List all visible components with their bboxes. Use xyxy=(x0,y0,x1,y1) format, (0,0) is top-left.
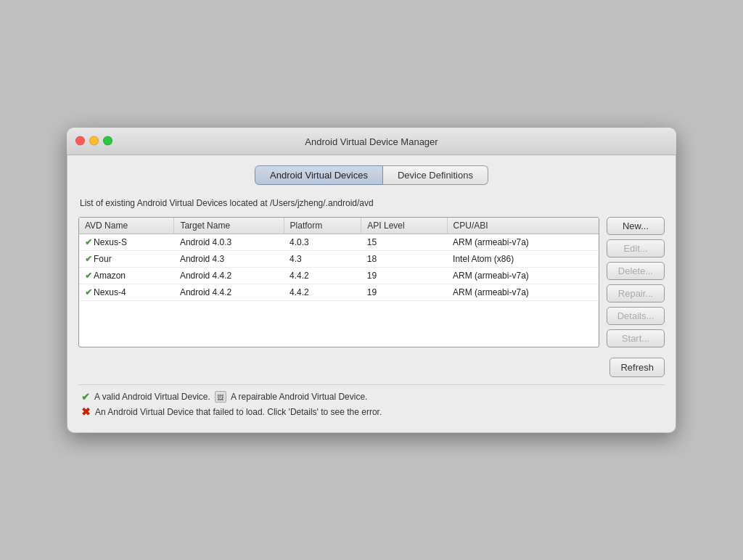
delete-button[interactable]: Delete... xyxy=(607,262,665,280)
row-valid-icon: ✔ xyxy=(85,271,92,281)
row-valid-icon: ✔ xyxy=(85,237,92,247)
cell-cpu-abi: ARM (armeabi-v7a) xyxy=(447,267,599,284)
cell-avd-name: ✔Nexus-S xyxy=(79,234,174,250)
tab-device-definitions[interactable]: Device Definitions xyxy=(383,165,488,185)
legend-failed: ✖ An Android Virtual Device that failed … xyxy=(81,405,662,419)
legend-repairable-text: A repairable Android Virtual Device. xyxy=(231,392,368,402)
table-row[interactable]: ✔AmazonAndroid 4.4.24.4.219ARM (armeabi-… xyxy=(79,267,599,284)
table-row[interactable]: ✔Nexus-SAndroid 4.0.34.0.315ARM (armeabi… xyxy=(79,234,599,250)
window-content: Android Virtual Devices Device Definitio… xyxy=(67,155,676,433)
repair-button[interactable]: Repair... xyxy=(607,284,665,302)
cell-platform: 4.3 xyxy=(284,250,361,267)
cell-api-level: 18 xyxy=(361,250,447,267)
legend-valid-text: A valid Android Virtual Device. xyxy=(94,392,210,402)
sidebar-buttons: New... Edit... Delete... Repair... Detai… xyxy=(607,217,665,347)
refresh-button[interactable]: Refresh xyxy=(609,358,665,377)
table-header-row: AVD Name Target Name Platform API Level … xyxy=(79,218,599,234)
cell-api-level: 15 xyxy=(361,234,447,250)
avd-table-container: AVD Name Target Name Platform API Level … xyxy=(78,217,599,347)
legend-valid: ✔ A valid Android Virtual Device. 🖼 A re… xyxy=(81,391,662,403)
col-cpu-abi: CPU/ABI xyxy=(447,218,599,234)
new-button[interactable]: New... xyxy=(607,217,665,235)
refresh-area: Refresh xyxy=(78,358,665,377)
col-target-name: Target Name xyxy=(174,218,284,234)
col-platform: Platform xyxy=(284,218,361,234)
row-valid-icon: ✔ xyxy=(85,287,92,297)
row-valid-icon: ✔ xyxy=(85,254,92,264)
edit-button[interactable]: Edit... xyxy=(607,239,665,258)
cell-target-name: Android 4.0.3 xyxy=(174,234,284,250)
start-button[interactable]: Start... xyxy=(607,329,665,347)
cell-cpu-abi: ARM (armeabi-v7a) xyxy=(447,234,599,250)
traffic-lights xyxy=(75,136,112,146)
avd-table: AVD Name Target Name Platform API Level … xyxy=(79,218,599,301)
cell-avd-name: ✔Nexus-4 xyxy=(79,284,174,300)
legend-area: ✔ A valid Android Virtual Device. 🖼 A re… xyxy=(78,384,665,421)
close-button[interactable] xyxy=(75,136,85,146)
maximize-button[interactable] xyxy=(103,136,112,146)
cell-api-level: 19 xyxy=(361,267,447,284)
col-api-level: API Level xyxy=(361,218,447,234)
cell-platform: 4.4.2 xyxy=(284,284,361,300)
cell-platform: 4.0.3 xyxy=(284,234,361,250)
main-window: Android Virtual Device Manager Android V… xyxy=(67,128,676,433)
cell-cpu-abi: ARM (armeabi-v7a) xyxy=(447,284,599,300)
details-button[interactable]: Details... xyxy=(607,307,665,325)
cell-avd-name: ✔Four xyxy=(79,250,174,267)
cell-cpu-abi: Intel Atom (x86) xyxy=(447,250,599,267)
cell-platform: 4.4.2 xyxy=(284,267,361,284)
col-avd-name: AVD Name xyxy=(79,218,174,234)
minimize-button[interactable] xyxy=(89,136,99,146)
table-row[interactable]: ✔Nexus-4Android 4.4.24.4.219ARM (armeabi… xyxy=(79,284,599,300)
table-row[interactable]: ✔FourAndroid 4.34.318Intel Atom (x86) xyxy=(79,250,599,267)
cell-target-name: Android 4.4.2 xyxy=(174,284,284,300)
cell-api-level: 19 xyxy=(361,284,447,300)
main-area: AVD Name Target Name Platform API Level … xyxy=(78,217,665,347)
valid-check-icon: ✔ xyxy=(81,391,90,403)
legend-failed-text: An Android Virtual Device that failed to… xyxy=(95,407,382,417)
cell-target-name: Android 4.4.2 xyxy=(174,267,284,284)
tab-bar: Android Virtual Devices Device Definitio… xyxy=(78,165,665,185)
cell-target-name: Android 4.3 xyxy=(174,250,284,267)
cell-avd-name: ✔Amazon xyxy=(79,267,174,284)
window-title: Android Virtual Device Manager xyxy=(305,136,438,147)
repairable-icon: 🖼 xyxy=(215,391,226,403)
failed-x-icon: ✖ xyxy=(81,405,91,419)
title-bar: Android Virtual Device Manager xyxy=(67,128,676,155)
tab-android-virtual-devices[interactable]: Android Virtual Devices xyxy=(255,165,383,185)
description-text: List of existing Android Virtual Devices… xyxy=(78,195,665,210)
